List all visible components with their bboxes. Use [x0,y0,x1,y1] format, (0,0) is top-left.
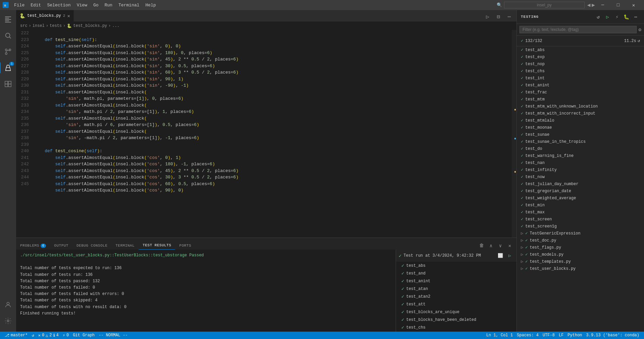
test-run-item-test-att[interactable]: ✓ test_att [396,300,516,308]
test-run-item-test-abs[interactable]: ✓ test_abs [396,262,516,269]
title-search-input[interactable] [504,2,585,8]
menu-run[interactable]: Run [102,2,115,8]
run-all-tests-button[interactable]: ▷ [604,13,612,21]
test-file-test-models[interactable]: ▷ ✓ test_models.py [517,251,644,258]
test-item-test-mtmlalo[interactable]: ✓ test_mtmlalo [517,117,644,124]
test-item-test-anint[interactable]: ✓ test_anint [517,82,644,89]
status-sync[interactable]: ↺ [30,333,36,338]
refresh-tests-button[interactable]: ↺ [594,13,602,21]
status-errors[interactable]: ✕ 0 △ 2 ℹ 4 [36,333,61,338]
status-spaces[interactable]: Spaces: 4 [515,333,541,338]
activity-search[interactable] [0,28,16,44]
tab-close-button[interactable]: ✕ [67,13,70,19]
close-button[interactable]: ✕ [626,0,641,10]
scroll-down-button[interactable]: ∨ [496,242,504,250]
maximize-button[interactable]: □ [610,0,626,10]
test-run-item-test-blocks-unique[interactable]: ✓ test_blocks_are_unique [396,308,516,316]
test-run-open-button[interactable]: ⬜ [496,252,504,260]
activity-testing[interactable]: 1 [0,60,16,76]
debug-tests-button[interactable]: 🐛 [623,13,631,21]
panel-tab-debug-console[interactable]: DEBUG CONSOLE [72,242,111,250]
test-item-test-exp[interactable]: ✓ test_exp [517,53,644,60]
activity-accounts[interactable] [0,297,16,313]
test-run-item-test-chs[interactable]: ✓ test_chs [396,324,516,331]
menu-help[interactable]: Help [143,2,158,8]
test-item-test-sunae-tropics[interactable]: ✓ test_sunae_in_the_tropics [517,138,644,145]
test-item-test-gregorian[interactable]: ✓ test_gregorian_date [517,187,644,195]
test-item-test-mtm-incorrect[interactable]: ✓ test_mtm_with_incorrect_input [517,110,644,117]
test-item-test-nop[interactable]: ✓ test_nop [517,60,644,68]
status-encoding[interactable]: UTF-8 [541,333,557,338]
test-item-test-max[interactable]: ✓ test_max [517,209,644,216]
menu-selection[interactable]: Selection [44,2,73,8]
test-item-test-do[interactable]: ✓ test_do [517,145,644,152]
breadcrumb-tests[interactable]: tests [50,24,62,28]
test-file-test-templates[interactable]: ▷ ✓ test_templates.py [517,258,644,265]
editor-scrollbar[interactable] [512,30,516,238]
test-item-test-min[interactable]: ✓ test_min [517,202,644,209]
test-item-test-abs[interactable]: ✓ test_abs [517,46,644,53]
breadcrumb-insel[interactable]: insel [33,24,45,28]
terminal-output[interactable]: ./src/insel/tests/test_user_blocks.py::T… [16,250,396,332]
test-run-item-test-anint[interactable]: ✓ test_anint [396,277,516,285]
scroll-up-button[interactable]: ∧ [487,242,495,250]
panel-tab-terminal[interactable]: TERMINAL [111,242,139,250]
test-run-item-test-blocks-deleted[interactable]: ✓ test_blocks_have_been_deleted [396,316,516,324]
test-group-generic-expression[interactable]: ▷ ✓ TestGenericExpression [517,230,644,237]
menu-edit[interactable]: Edit [28,2,44,8]
menu-go[interactable]: Go [91,2,101,8]
test-item-test-weighted-avg[interactable]: ✓ test_weighted_average [517,195,644,202]
test-item-test-warning[interactable]: ✓ test_warning_is_fine [517,152,644,159]
status-eol[interactable]: LF [557,333,565,338]
activity-explorer[interactable] [0,11,16,28]
test-item-test-infinity[interactable]: ✓ test_infinity [517,166,644,173]
activity-extensions[interactable] [0,76,16,92]
test-item-test-moonae[interactable]: ✓ test_moonae [517,124,644,131]
menu-file[interactable]: File [11,2,27,8]
test-run-item-test-atan[interactable]: ✓ test_atan [396,285,516,293]
run-button[interactable]: ▷ [483,12,492,22]
status-ports[interactable]: ⚡ 0 [61,333,71,338]
test-item-test-screen[interactable]: ✓ test_screen [517,216,644,223]
status-branch[interactable]: ⎇ master* [3,333,30,338]
activity-settings[interactable] [0,313,16,329]
test-run-item-test-and[interactable]: ✓ test_and [396,269,516,277]
test-item-test-frac[interactable]: ✓ test_frac [517,89,644,96]
test-run-play-button[interactable]: ▷ [506,252,514,260]
test-item-test-mtm-unknown[interactable]: ✓ test_mtm_with_unknown_location [517,103,644,110]
testing-more-button[interactable]: ⋯ [632,13,640,21]
test-item-test-nan[interactable]: ✓ test_nan [517,159,644,166]
close-panel-button[interactable]: ✕ [506,242,514,250]
test-item-test-now[interactable]: ✓ test_now [517,173,644,180]
test-run-item-test-atan2[interactable]: ✓ test_atan2 [396,293,516,300]
menu-terminal[interactable]: Terminal [116,2,142,8]
minimize-button[interactable]: ─ [595,0,610,10]
test-item-test-mtm[interactable]: ✓ test_mtm [517,96,644,103]
status-git-graph[interactable]: Git Graph [71,333,97,338]
code-content[interactable]: def test_sine(self): self.assertAlmostEq… [33,30,512,238]
status-python-version[interactable]: 3.9.13 ('base': conda) [584,333,641,338]
breadcrumb-filename[interactable]: test_blocks.py [73,24,107,28]
test-item-test-screen1g[interactable]: ✓ test_screen1g [517,223,644,230]
panel-tab-output[interactable]: OUTPUT [50,242,72,250]
status-position[interactable]: Ln 1, Col 1 [484,333,515,338]
test-file-test-doc[interactable]: ▷ ✓ test_doc.py [517,237,644,244]
test-file-test-user-blocks[interactable]: ▷ ✓ test_user_blocks.py [517,265,644,272]
clear-panel-button[interactable]: 🗑 [478,242,486,250]
test-item-test-chs[interactable]: ✓ test_chs [517,68,644,75]
editor-tab-test-blocks[interactable]: 🐍 test_blocks.py 2 ✕ [16,10,74,22]
panel-tab-problems[interactable]: PROBLEMS6 [16,242,50,250]
test-file-test-flags[interactable]: ▷ ✓ test_flags.py [517,244,644,251]
breadcrumb-more[interactable]: ... [112,24,119,28]
test-item-test-julian[interactable]: ✓ test_julian_day_number [517,180,644,187]
activity-git[interactable] [0,44,16,60]
menu-view[interactable]: View [74,2,90,8]
test-item-test-sunae[interactable]: ✓ test_sunae [517,131,644,138]
breadcrumb-src[interactable]: src [20,24,28,28]
more-actions-button[interactable]: ⋯ [504,12,514,22]
run-tests-with-coverage[interactable]: ⚡ [613,13,621,21]
test-filter-input[interactable] [519,26,637,33]
filter-icon[interactable]: ⚙ [639,27,641,33]
status-language[interactable]: Python [565,333,584,338]
refresh-results-button[interactable]: ↺ [638,38,640,43]
